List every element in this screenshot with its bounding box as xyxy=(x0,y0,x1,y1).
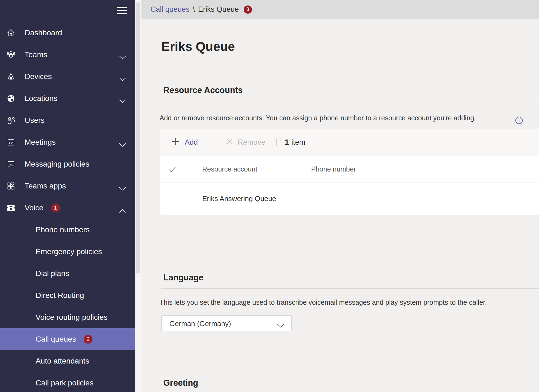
hamburger-bar xyxy=(117,7,127,8)
sidebar-item-label: Voice xyxy=(25,204,44,212)
resource-accounts-toolbar: Add Remove | 1 item xyxy=(160,129,539,156)
vertical-scrollbar-thumb[interactable] xyxy=(136,2,140,274)
sidebar-item-label: Call park policies xyxy=(36,379,94,387)
hamburger-menu-button[interactable] xyxy=(117,7,127,14)
sidebar-item-call-queues[interactable]: Call queues 2 xyxy=(0,328,135,350)
chevron-down-icon xyxy=(119,75,126,83)
sidebar-item-teams[interactable]: Teams xyxy=(0,44,135,66)
divider xyxy=(161,102,539,102)
sidebar-item-dashboard[interactable]: Dashboard xyxy=(0,22,135,44)
sidebar-item-label: Dial plans xyxy=(36,269,69,278)
sidebar-item-label: Direct Routing xyxy=(36,291,84,300)
divider xyxy=(161,59,539,59)
sidebar-item-meetings[interactable]: Meetings xyxy=(0,131,135,153)
hamburger-bar xyxy=(117,10,127,11)
sidebar-item-voice[interactable]: Voice 1 xyxy=(0,197,135,219)
add-button-label: Add xyxy=(185,138,198,147)
teams-admin-center-window: Dashboard Teams Devices Lo xyxy=(0,0,539,392)
sidebar-item-locations[interactable]: Locations xyxy=(0,88,135,109)
toolbar-separator: | xyxy=(276,138,278,147)
language-description: This lets you set the language used to t… xyxy=(160,298,487,306)
breadcrumb-link-call-queues[interactable]: Call queues xyxy=(150,5,190,14)
page-title: Eriks Queue xyxy=(161,39,235,54)
call-queues-notification-badge: 2 xyxy=(84,335,92,344)
hamburger-bar xyxy=(117,13,127,14)
chevron-down-icon xyxy=(119,97,126,105)
message-icon xyxy=(6,159,16,169)
column-header-phone-number: Phone number xyxy=(311,165,356,173)
sidebar-item-auto-attendants[interactable]: Auto attendants xyxy=(0,350,135,372)
calendar-icon xyxy=(6,137,16,147)
breadcrumb-current-page: Eriks Queue xyxy=(198,5,239,14)
add-button[interactable]: Add xyxy=(172,137,198,147)
resource-accounts-heading: Resource Accounts xyxy=(163,85,243,95)
item-count-value: 1 xyxy=(285,138,289,147)
column-header-resource-account: Resource account xyxy=(202,165,257,173)
apps-icon xyxy=(6,181,16,191)
language-dropdown[interactable]: German (Germany) xyxy=(161,315,292,332)
chevron-down-icon xyxy=(119,53,126,62)
chevron-down-icon xyxy=(119,140,126,149)
sidebar-item-messaging-policies[interactable]: Messaging policies xyxy=(0,153,135,175)
vertical-scrollbar-track xyxy=(135,0,141,392)
table-header-row: Resource account Phone number xyxy=(160,156,539,182)
sidebar-item-dial-plans[interactable]: Dial plans xyxy=(0,263,135,284)
teams-icon xyxy=(6,50,16,60)
chevron-down-icon xyxy=(277,322,285,330)
globe-icon xyxy=(6,94,16,103)
resource-account-cell: Eriks Answering Queue xyxy=(202,194,276,203)
select-all-checkmark-icon[interactable] xyxy=(169,166,176,174)
sidebar-item-label: Auto attendants xyxy=(36,357,89,365)
sidebar-item-label: Voice routing policies xyxy=(36,313,108,322)
divider xyxy=(161,288,539,289)
x-icon xyxy=(226,138,233,147)
sidebar-item-users[interactable]: Users xyxy=(0,109,135,131)
language-heading: Language xyxy=(163,273,203,283)
sidebar-item-emergency-policies[interactable]: Emergency policies xyxy=(0,241,135,263)
breadcrumb-notification-badge: 3 xyxy=(244,5,252,14)
sidebar-item-label: Call queues xyxy=(36,335,76,344)
resource-accounts-table-card: Add Remove | 1 item Resource account P xyxy=(160,129,539,215)
main-area: Call queues \ Eriks Queue 3 Eriks Queue … xyxy=(141,0,539,392)
sidebar-item-label: Teams apps xyxy=(25,182,66,190)
remove-button-label: Remove xyxy=(238,138,265,147)
chevron-up-icon xyxy=(119,206,126,215)
greeting-heading: Greeting xyxy=(163,378,198,388)
sidebar-item-label: Phone numbers xyxy=(36,225,90,234)
sidebar-nav: Dashboard Teams Devices Lo xyxy=(0,22,135,392)
resource-accounts-description: Add or remove resource accounts. You can… xyxy=(160,114,476,122)
phone-icon xyxy=(6,203,16,213)
sidebar-item-voice-routing-policies[interactable]: Voice routing policies xyxy=(0,306,135,328)
chevron-down-icon xyxy=(119,184,126,193)
sidebar-item-phone-numbers[interactable]: Phone numbers xyxy=(0,219,135,241)
sidebar-item-label: Devices xyxy=(25,72,52,81)
info-icon[interactable] xyxy=(515,117,523,125)
devices-icon xyxy=(6,72,16,82)
sidebar-item-devices[interactable]: Devices xyxy=(0,66,135,88)
table-row[interactable]: Eriks Answering Queue xyxy=(160,182,539,215)
users-icon xyxy=(6,115,16,125)
breadcrumb: Call queues \ Eriks Queue 3 xyxy=(141,0,539,19)
page-content: Eriks Queue Resource Accounts Add or rem… xyxy=(141,19,539,392)
sidebar-item-label: Locations xyxy=(25,94,57,103)
sidebar-item-label: Meetings xyxy=(25,138,56,147)
sidebar-item-label: Emergency policies xyxy=(36,247,102,256)
sidebar-item-call-park-policies[interactable]: Call park policies xyxy=(0,372,135,392)
home-icon xyxy=(6,28,16,38)
breadcrumb-separator: \ xyxy=(193,5,195,14)
sidebar-item-label: Users xyxy=(25,116,45,125)
sidebar-item-label: Messaging policies xyxy=(25,160,89,169)
sidebar-item-label: Dashboard xyxy=(25,28,62,37)
sidebar: Dashboard Teams Devices Lo xyxy=(0,0,135,392)
voice-notification-badge: 1 xyxy=(51,204,60,212)
plus-icon xyxy=(172,137,180,147)
sidebar-item-label: Teams xyxy=(25,50,47,59)
item-count-unit: item xyxy=(291,138,305,147)
sidebar-item-direct-routing[interactable]: Direct Routing xyxy=(0,284,135,306)
sidebar-item-teams-apps[interactable]: Teams apps xyxy=(0,175,135,197)
remove-button[interactable]: Remove xyxy=(226,138,265,147)
language-dropdown-value: German (Germany) xyxy=(169,320,231,328)
